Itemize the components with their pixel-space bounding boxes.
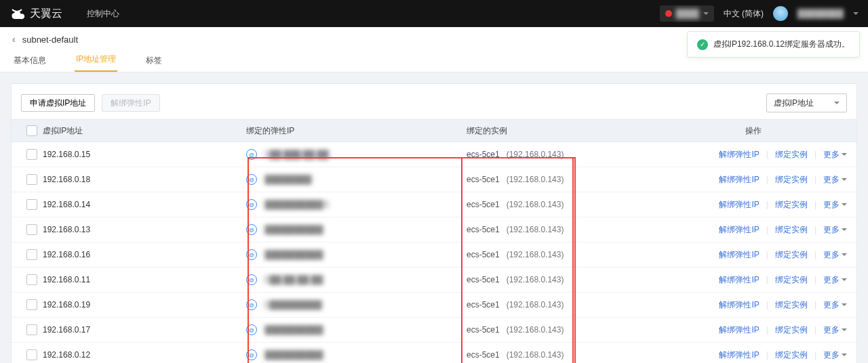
cell-instance-name: ecs-5ce1 <box>467 250 500 259</box>
table-row: 192.168.0.19@2█████████ecs-5ce1(192.168.… <box>12 293 856 318</box>
cell-instance-name: ecs-5ce1 <box>467 325 500 335</box>
eip-icon: @ <box>246 324 257 335</box>
action-bind-instance[interactable]: 绑定实例 <box>775 224 808 236</box>
chevron-down-icon <box>842 303 847 306</box>
row-checkbox[interactable] <box>26 199 37 210</box>
cell-ip: 192.168.0.11 <box>43 275 246 284</box>
tab-basic-info[interactable]: 基本信息 <box>12 55 47 72</box>
chevron-down-icon[interactable] <box>853 12 859 15</box>
action-more[interactable]: 更多 <box>823 199 847 211</box>
eip-icon: @ <box>246 199 257 210</box>
row-checkbox[interactable] <box>26 274 37 285</box>
cell-eip: ████████ <box>262 175 314 184</box>
region-selector[interactable]: ████ <box>660 5 714 22</box>
action-unbind-eip[interactable]: 解绑弹性IP <box>719 274 759 286</box>
row-checkbox[interactable] <box>26 174 37 185</box>
table-row: 192.168.0.18@████████ecs-5ce1(192.168.0.… <box>12 167 856 192</box>
action-more[interactable]: 更多 <box>823 274 847 286</box>
action-more[interactable]: 更多 <box>823 149 847 161</box>
unbind-eip-button: 解绑弹性IP <box>102 94 159 112</box>
action-bind-instance[interactable]: 绑定实例 <box>775 349 808 361</box>
tab-ip-management[interactable]: IP地址管理 <box>75 54 117 72</box>
action-more[interactable]: 更多 <box>823 174 847 186</box>
action-unbind-eip[interactable]: 解绑弹性IP <box>719 149 759 161</box>
action-unbind-eip[interactable]: 解绑弹性IP <box>719 199 759 211</box>
tab-tags[interactable]: 标签 <box>144 55 163 72</box>
action-unbind-eip[interactable]: 解绑弹性IP <box>719 174 759 186</box>
row-checkbox[interactable] <box>26 249 37 260</box>
filter-select[interactable]: 虚拟IP地址 <box>766 93 847 112</box>
action-unbind-eip[interactable]: 解绑弹性IP <box>719 324 759 336</box>
cell-instance-ip: (192.168.0.143) <box>507 225 564 234</box>
row-checkbox[interactable] <box>26 349 37 360</box>
cell-instance-name: ecs-5ce1 <box>467 300 500 309</box>
user-name: ████████ <box>797 9 844 18</box>
cell-ip: 192.168.0.12 <box>43 350 246 360</box>
table-row: 192.168.0.11@2██.██.██.██ecs-5ce1(192.16… <box>12 268 856 293</box>
action-unbind-eip[interactable]: 解绑弹性IP <box>719 249 759 261</box>
action-more[interactable]: 更多 <box>823 299 847 311</box>
select-all-checkbox[interactable] <box>26 125 37 136</box>
cell-ip: 192.168.0.15 <box>43 150 246 159</box>
eip-icon: @ <box>246 349 257 360</box>
row-checkbox[interactable] <box>26 324 37 335</box>
action-bind-instance[interactable]: 绑定实例 <box>775 324 808 336</box>
cell-ip: 192.168.0.19 <box>43 300 246 309</box>
eip-icon: @ <box>246 299 257 310</box>
action-bind-instance[interactable]: 绑定实例 <box>775 299 808 311</box>
action-bind-instance[interactable]: 绑定实例 <box>775 249 808 261</box>
action-more[interactable]: 更多 <box>823 324 847 336</box>
cell-eip: 1██.███.██.██ <box>262 150 331 159</box>
back-arrow-icon[interactable]: ‹ <box>12 34 16 45</box>
chevron-down-icon <box>703 12 709 15</box>
cell-instance-ip: (192.168.0.143) <box>507 350 564 360</box>
action-bind-instance[interactable]: 绑定实例 <box>775 199 808 211</box>
cell-eip: ██████████ <box>262 350 326 360</box>
action-bind-instance[interactable]: 绑定实例 <box>775 274 808 286</box>
brand-icon <box>9 5 26 22</box>
row-checkbox[interactable] <box>26 299 37 310</box>
row-checkbox[interactable] <box>26 224 37 235</box>
action-more[interactable]: 更多 <box>823 224 847 236</box>
cell-eip: ██████████ <box>262 250 326 259</box>
cell-ip: 192.168.0.14 <box>43 200 246 209</box>
chevron-down-icon <box>842 253 847 256</box>
toolbar: 申请虚拟IP地址 解绑弹性IP 虚拟IP地址 <box>12 84 856 119</box>
action-more[interactable]: 更多 <box>823 349 847 361</box>
cell-instance-name: ecs-5ce1 <box>467 200 500 209</box>
cell-ip: 192.168.0.18 <box>43 175 246 184</box>
action-bind-instance[interactable]: 绑定实例 <box>775 149 808 161</box>
action-unbind-eip[interactable]: 解绑弹性IP <box>719 299 759 311</box>
apply-vip-button[interactable]: 申请虚拟IP地址 <box>21 94 95 112</box>
cell-eip: ██████████3 <box>262 200 330 209</box>
cell-instance-ip: (192.168.0.143) <box>507 175 564 184</box>
action-unbind-eip[interactable]: 解绑弹性IP <box>719 349 759 361</box>
toast-text: 虚拟IP192.168.0.12绑定服务器成功。 <box>713 39 850 50</box>
brand-logo[interactable]: 天翼云 <box>9 5 62 22</box>
eip-icon: @ <box>246 149 257 160</box>
page-header: ‹ subnet-default 基本信息 IP地址管理 标签 ✓ 虚拟IP19… <box>0 27 868 72</box>
col-eip: 绑定的弹性IP <box>246 125 467 137</box>
row-checkbox[interactable] <box>26 149 37 160</box>
control-center-link[interactable]: 控制中心 <box>87 8 119 20</box>
chevron-down-icon <box>842 278 847 281</box>
chevron-down-icon <box>842 354 847 356</box>
cell-instance-ip: (192.168.0.143) <box>507 325 564 335</box>
cell-instance-name: ecs-5ce1 <box>467 275 500 284</box>
eip-icon: @ <box>246 249 257 260</box>
cell-instance-ip: (192.168.0.143) <box>507 300 564 309</box>
cell-instance-ip: (192.168.0.143) <box>507 275 564 284</box>
brand-name: 天翼云 <box>30 7 62 21</box>
table-body: 192.168.0.15@1██.███.██.██ecs-5ce1(192.1… <box>12 142 856 363</box>
language-switch[interactable]: 中文 (简体) <box>724 8 764 20</box>
avatar[interactable] <box>773 6 788 21</box>
cell-instance-ip: (192.168.0.143) <box>507 200 564 209</box>
breadcrumb: subnet-default <box>22 35 78 45</box>
action-unbind-eip[interactable]: 解绑弹性IP <box>719 224 759 236</box>
cell-ip: 192.168.0.16 <box>43 250 246 259</box>
chevron-down-icon <box>842 153 847 156</box>
action-bind-instance[interactable]: 绑定实例 <box>775 174 808 186</box>
table-row: 192.168.0.14@██████████3ecs-5ce1(192.168… <box>12 192 856 217</box>
action-more[interactable]: 更多 <box>823 249 847 261</box>
eip-icon: @ <box>246 274 257 285</box>
